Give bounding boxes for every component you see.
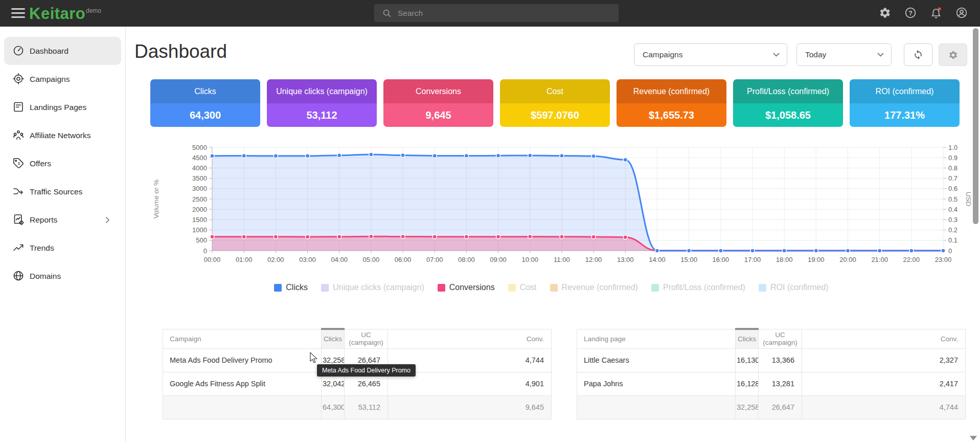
account-icon[interactable] xyxy=(955,7,968,20)
column-header-landing-page[interactable]: Landing page xyxy=(577,329,736,348)
totals-row: 32,25826,6474,744 xyxy=(577,395,966,419)
sidebar-item-label: Affiliate Networks xyxy=(30,131,90,140)
legend-swatch xyxy=(274,284,282,292)
logo-demo-badge: demo xyxy=(86,7,101,14)
svg-text:1500: 1500 xyxy=(192,216,207,224)
legend-item-clicks[interactable]: Clicks xyxy=(274,283,308,292)
legend-swatch xyxy=(321,284,329,292)
svg-text:1.0: 1.0 xyxy=(948,144,958,151)
svg-text:0.3: 0.3 xyxy=(948,216,958,224)
sidebar-item-label: Traffic Sources xyxy=(30,187,82,196)
gear-icon[interactable] xyxy=(879,7,892,20)
topbar-icons: ? xyxy=(879,7,968,20)
sidebar-item-affiliate-networks[interactable]: Affiliate Networks xyxy=(4,121,121,149)
legend-item-revenue-confirmed[interactable]: Revenue (confirmed) xyxy=(550,283,638,292)
offers-icon: $ xyxy=(12,157,25,169)
sidebar: DashboardCampaignsLandings PagesAffiliat… xyxy=(0,27,126,442)
svg-text:23:00: 23:00 xyxy=(935,256,952,263)
svg-text:09:00: 09:00 xyxy=(490,256,507,263)
legend-label: Clicks xyxy=(286,283,308,292)
svg-text:0.2: 0.2 xyxy=(948,226,958,234)
metric-label: Revenue (confirmed) xyxy=(617,79,726,103)
sidebar-item-reports[interactable]: Reports xyxy=(4,206,121,234)
column-header-campaign[interactable]: Campaign xyxy=(163,329,322,348)
column-header-conv[interactable]: Conv. xyxy=(388,329,552,348)
table-cell: 13,281 xyxy=(759,372,802,395)
legend-item-conversions[interactable]: Conversions xyxy=(438,283,495,292)
table-cell: Google Ads Fitness App Split xyxy=(163,372,322,395)
campaigns-filter-select[interactable]: Campaigns xyxy=(634,43,787,66)
legend-item-unique-clicks-campaign[interactable]: Unique clicks (campaign) xyxy=(321,283,424,292)
affiliate-icon xyxy=(12,129,25,141)
metric-card-roi-confirmed: ROI (confirmed)177.31% xyxy=(850,79,960,127)
legend-label: Conversions xyxy=(449,283,495,292)
scroll-down-icon[interactable] xyxy=(970,436,977,440)
column-header-clicks[interactable]: Clicks xyxy=(736,329,759,348)
svg-text:1000: 1000 xyxy=(192,226,207,234)
sidebar-item-domains[interactable]: Domains xyxy=(4,262,121,290)
sidebar-item-trends[interactable]: Trends xyxy=(4,234,121,262)
table-row[interactable]: Papa Johns16,12813,2812,417 xyxy=(577,372,966,395)
bell-icon[interactable] xyxy=(930,7,943,20)
column-header-uc-campaign[interactable]: UC (campaign) xyxy=(345,329,388,348)
svg-text:21:00: 21:00 xyxy=(871,256,888,263)
refresh-button[interactable] xyxy=(904,43,932,66)
svg-text:0.1: 0.1 xyxy=(948,236,958,244)
column-header-conv[interactable]: Conv. xyxy=(802,329,966,348)
svg-text:04:00: 04:00 xyxy=(331,256,348,263)
svg-text:500: 500 xyxy=(196,236,207,244)
scrollbar-thumb[interactable] xyxy=(973,28,978,224)
sidebar-item-dashboard[interactable]: Dashboard xyxy=(4,37,121,65)
svg-text:0.9: 0.9 xyxy=(948,154,958,162)
menu-icon[interactable] xyxy=(11,8,25,19)
traffic-chart: 00:0001:0002:0003:0004:0005:0006:0007:00… xyxy=(123,136,980,269)
totals-cell: 53,112 xyxy=(345,395,388,419)
metric-label: Clicks xyxy=(150,79,260,103)
help-icon[interactable]: ? xyxy=(904,7,917,20)
logo[interactable]: Keitaro xyxy=(29,5,85,23)
svg-text:02:00: 02:00 xyxy=(267,256,284,263)
metric-card-revenue-confirmed: Revenue (confirmed)$1,655.73 xyxy=(617,79,726,127)
sidebar-item-offers[interactable]: $Offers xyxy=(4,149,121,178)
legend-item-profit-loss-confirmed[interactable]: Profit/Loss (confirmed) xyxy=(651,283,745,292)
svg-text:?: ? xyxy=(908,10,913,17)
svg-text:3500: 3500 xyxy=(192,174,207,182)
column-header-clicks[interactable]: Clicks xyxy=(322,329,345,348)
sidebar-item-landings-pages[interactable]: Landings Pages xyxy=(4,93,121,121)
metric-cards: Clicks64,300Unique clicks (campaign)53,1… xyxy=(150,79,960,127)
svg-text:3000: 3000 xyxy=(192,185,207,192)
legend-item-roi-confirmed[interactable]: ROI (confirmed) xyxy=(759,283,829,292)
svg-text:2500: 2500 xyxy=(192,195,207,203)
sidebar-item-traffic-sources[interactable]: Traffic Sources xyxy=(4,178,121,206)
svg-text:07:00: 07:00 xyxy=(426,256,443,263)
table-cell: 16,130 xyxy=(736,348,759,372)
svg-text:15:00: 15:00 xyxy=(680,256,697,263)
metric-label: Unique clicks (campaign) xyxy=(267,79,377,103)
svg-text:4000: 4000 xyxy=(192,164,207,172)
dashboard-settings-button[interactable] xyxy=(939,43,967,66)
metric-value: 64,300 xyxy=(150,103,260,127)
sidebar-item-campaigns[interactable]: Campaigns xyxy=(4,65,121,93)
reports-icon xyxy=(12,213,25,226)
chevron-down-icon xyxy=(773,53,780,57)
table-cell: 13,366 xyxy=(759,348,802,372)
legend-item-cost[interactable]: Cost xyxy=(508,283,537,292)
table-row[interactable]: Little Caesars16,13013,3662,327 xyxy=(577,348,966,372)
date-range-select[interactable]: Today xyxy=(796,43,892,66)
search-input[interactable]: Search xyxy=(374,4,619,22)
svg-text:14:00: 14:00 xyxy=(649,256,666,263)
table-cell: Meta Ads Food Delivery Promo xyxy=(163,348,322,372)
svg-text:16:00: 16:00 xyxy=(713,256,730,263)
svg-text:0: 0 xyxy=(203,247,207,255)
column-header-uc-campaign[interactable]: UC (campaign) xyxy=(759,329,802,348)
sidebar-item-label: Landings Pages xyxy=(30,103,86,112)
totals-row: 64,30053,1129,645 xyxy=(163,395,552,419)
landings-icon xyxy=(12,101,25,113)
table-cell: 2,417 xyxy=(802,372,966,395)
page-title: Dashboard xyxy=(134,41,227,62)
search-icon xyxy=(382,9,392,18)
domains-icon xyxy=(12,270,25,282)
table-cell: Little Caesars xyxy=(577,348,736,372)
svg-text:0.6: 0.6 xyxy=(948,185,958,192)
gear-icon xyxy=(948,50,958,60)
